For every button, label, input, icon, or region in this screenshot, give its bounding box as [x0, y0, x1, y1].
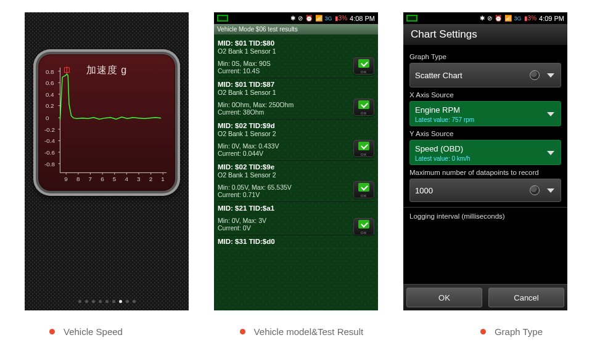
- caption-2: Vehicle model&Test Result: [240, 326, 364, 337]
- dnd-icon: ⊘: [487, 15, 492, 22]
- svg-text:-0.2: -0.2: [44, 126, 55, 133]
- result-head: MID: $02 TID:$9d: [218, 122, 347, 129]
- result-current: Current: 0.044V: [218, 150, 347, 157]
- cancel-button[interactable]: Cancel: [488, 288, 564, 307]
- logging-interval-label: Logging interval (milliseconds): [409, 212, 561, 220]
- radio-icon: [530, 70, 540, 80]
- svg-text:0.4: 0.4: [46, 91, 54, 98]
- y-axis-latest: Latest value: 0 km/h: [415, 155, 543, 162]
- result-sub: O2 Bank 1 Sensor 1: [218, 47, 347, 55]
- bullet-icon: [49, 329, 55, 334]
- screen-title: Vehicle Mode $06 test results: [214, 24, 378, 34]
- result-current: Current: 10.4S: [218, 67, 347, 75]
- alarm-icon: ⏰: [305, 15, 313, 22]
- max-datapoints-label: Maximum number of datapoints to record: [409, 169, 561, 176]
- result-head: MID: $31 TID:$d0: [218, 238, 347, 245]
- result-minmax: Min: 0V, Max: 0.433V: [218, 142, 347, 150]
- result-head: MID: $02 TID:$9e: [218, 163, 347, 171]
- dialog-title: Chart Settings: [403, 24, 567, 46]
- y-axis-select[interactable]: Speed (OBD) Latest value: 0 km/h: [409, 140, 561, 165]
- svg-rect-41: [218, 16, 227, 20]
- svg-text:1: 1: [161, 176, 164, 182]
- result-current: Current: 0V: [218, 224, 347, 232]
- result-item[interactable]: MID: $01 TID:$80O2 Bank 1 Sensor 1Min: 0…: [218, 37, 374, 78]
- network-icon: 3G: [514, 15, 522, 22]
- caption-1: Vehicle Speed: [49, 326, 123, 337]
- chevron-down-icon: [547, 73, 554, 78]
- signal-icon: 📶: [315, 15, 323, 22]
- result-head: MID: $21 TID:$a1: [218, 204, 347, 212]
- result-item[interactable]: MID: $21 TID:$a1Min: 0V, Max: 3VCurrent:…: [218, 201, 374, 235]
- phone-chart-settings: ✱ ⊘ ⏰ 📶 3G ▮3% 4:09 PM Chart Settings Gr…: [403, 12, 567, 310]
- clock: 4:08 PM: [350, 15, 375, 22]
- svg-text:3: 3: [137, 176, 141, 182]
- battery-icon: ▮3%: [335, 15, 347, 22]
- x-axis-latest: Latest value: 757 rpm: [415, 116, 543, 123]
- svg-text:2: 2: [149, 176, 152, 182]
- result-minmax: Min: 0S, Max: 90S: [218, 60, 347, 67]
- result-sub: O2 Bank 1 Sensor 2: [218, 171, 347, 179]
- result-minmax: Min: 0V, Max: 3V: [218, 217, 347, 224]
- svg-text:-0.4: -0.4: [44, 137, 55, 144]
- result-current: Current: 38Ohm: [218, 108, 347, 116]
- result-head: MID: $01 TID:$87: [218, 81, 347, 88]
- page-indicator[interactable]: [25, 294, 189, 305]
- graph-type-value: Scatter Chart: [415, 71, 462, 80]
- accel-gauge: 加速度 g 0.8 0.6 0.4 0.2 0 -0.2: [33, 49, 180, 196]
- result-item[interactable]: MID: $31 TID:$d0: [218, 235, 374, 248]
- network-icon: 3G: [325, 15, 332, 22]
- svg-text:9: 9: [64, 176, 67, 182]
- svg-text:0.2: 0.2: [46, 102, 54, 109]
- svg-text:0: 0: [46, 115, 49, 121]
- svg-text:0.6: 0.6: [46, 79, 54, 86]
- graph-type-label: Graph Type: [409, 53, 561, 60]
- result-item[interactable]: MID: $01 TID:$87O2 Bank 1 Sensor 1Min: 0…: [218, 78, 374, 119]
- result-minmax: Min: 0Ohm, Max: 250Ohm: [218, 101, 347, 108]
- ok-button[interactable]: OK: [353, 99, 374, 116]
- results-list[interactable]: MID: $01 TID:$80O2 Bank 1 Sensor 1Min: 0…: [214, 34, 378, 251]
- battery-icon: ▮3%: [524, 15, 536, 22]
- ok-button[interactable]: OK: [353, 140, 374, 157]
- svg-text:5: 5: [113, 176, 117, 182]
- bullet-icon: [480, 329, 486, 334]
- svg-text:-0.8: -0.8: [44, 161, 55, 168]
- y-axis-label: Y Axis Source: [409, 130, 561, 137]
- result-current: Current: 0.71V: [218, 191, 347, 198]
- bluetooth-icon: ✱: [290, 15, 295, 22]
- signal-icon: 📶: [504, 15, 512, 22]
- status-bar: ✱ ⊘ ⏰ 📶 3G ▮3% 4:08 PM: [214, 12, 378, 24]
- chevron-down-icon: [547, 112, 554, 116]
- gauge-chart: 0.8 0.6 0.4 0.2 0 -0.2 -0.4 -0.6 -0.8: [43, 59, 170, 186]
- svg-text:6: 6: [101, 176, 104, 182]
- chevron-down-icon: [547, 151, 554, 155]
- graph-type-select[interactable]: Scatter Chart: [409, 63, 561, 87]
- phone-vehicle-speed: 加速度 g 0.8 0.6 0.4 0.2 0 -0.2: [25, 12, 189, 310]
- dnd-icon: ⊘: [298, 15, 303, 22]
- ok-button[interactable]: OK: [353, 218, 374, 235]
- max-datapoints-select[interactable]: 1000: [409, 179, 561, 202]
- clock: 4:09 PM: [539, 15, 564, 22]
- ok-button[interactable]: OK: [406, 288, 482, 307]
- caption-3: Graph Type: [480, 326, 543, 337]
- svg-text:-0.6: -0.6: [44, 149, 55, 156]
- status-bar: ✱ ⊘ ⏰ 📶 3G ▮3% 4:09 PM: [403, 12, 567, 24]
- max-datapoints-value: 1000: [415, 186, 433, 195]
- x-axis-label: X Axis Source: [409, 91, 561, 99]
- svg-text:0.8: 0.8: [46, 68, 54, 75]
- x-axis-select[interactable]: Engine RPM Latest value: 757 rpm: [409, 101, 561, 126]
- result-minmax: Min: 0.05V, Max: 65.535V: [218, 184, 347, 191]
- radio-icon: [530, 185, 540, 195]
- y-axis-value: Speed (OBD): [415, 144, 543, 153]
- ok-button[interactable]: OK: [353, 57, 374, 75]
- svg-text:7: 7: [89, 176, 92, 182]
- bullet-icon: [240, 329, 245, 334]
- alarm-icon: ⏰: [495, 15, 502, 22]
- result-item[interactable]: MID: $02 TID:$9dO2 Bank 1 Sensor 2Min: 0…: [218, 119, 374, 160]
- ok-button[interactable]: OK: [353, 181, 374, 198]
- result-item[interactable]: MID: $02 TID:$9eO2 Bank 1 Sensor 2Min: 0…: [218, 160, 374, 201]
- result-head: MID: $01 TID:$80: [218, 39, 347, 47]
- result-sub: O2 Bank 1 Sensor 2: [218, 130, 347, 137]
- chevron-down-icon: [547, 188, 554, 193]
- svg-rect-43: [408, 16, 416, 20]
- phone-test-results: ✱ ⊘ ⏰ 📶 3G ▮3% 4:08 PM Vehicle Mode $06 …: [214, 12, 378, 310]
